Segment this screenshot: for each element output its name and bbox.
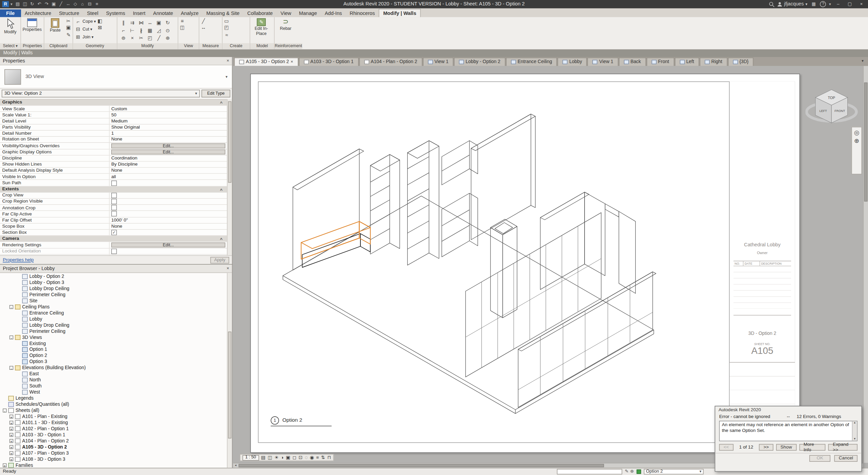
tree-item[interactable]: Legends — [0, 395, 227, 401]
property-row[interactable]: Annotation Crop — [0, 205, 227, 211]
document-tab[interactable]: Back — [619, 58, 646, 66]
tree-item[interactable]: Entrance Ceiling — [0, 310, 227, 316]
apply-button[interactable]: Apply — [210, 256, 229, 263]
property-value[interactable] — [110, 230, 227, 235]
tree-item[interactable]: Perimeter Ceiling — [0, 292, 227, 298]
join-tool[interactable]: ⊞Join — [75, 34, 96, 41]
measure-line-icon[interactable]: ╱ — [202, 18, 205, 24]
temporary-view-properties-icon[interactable]: ≡ — [316, 455, 319, 460]
tree-item[interactable]: Lobby - Option 3 — [0, 280, 227, 286]
tree-item[interactable]: + A103 - 3D - Option 1 — [0, 432, 227, 438]
tree-item[interactable]: + A104 - Plan - Option 2 — [0, 438, 227, 444]
tree-item[interactable]: Lobby - Option 2 — [0, 273, 227, 280]
error-dialog[interactable]: Autodesk Revit 2020 Error - cannot be ig… — [715, 406, 862, 472]
sheet-a105[interactable]: Cathedral Lobby Owner NO. DATE DESCRIPTI… — [250, 74, 800, 453]
tree-expander-icon[interactable]: + — [3, 463, 6, 467]
tree-expander-icon[interactable]: - — [9, 305, 13, 309]
property-value[interactable]: all — [110, 174, 227, 180]
vertical-scroll-thumb[interactable] — [864, 82, 868, 202]
viewcube[interactable]: TOP LEFT FRONT — [806, 84, 858, 133]
property-row[interactable]: Scale Value 1: 50 — [0, 112, 227, 118]
error-more-info-button[interactable]: More Info — [799, 444, 826, 451]
rotate-icon[interactable]: ↻ — [163, 19, 172, 26]
property-value[interactable]: Edit... — [110, 242, 227, 248]
account-menu[interactable]: jfjacques — [777, 1, 807, 7]
minimize-button[interactable]: – — [834, 1, 843, 8]
sync-icon[interactable]: ↻ — [28, 1, 36, 7]
help-icon[interactable]: ? — [820, 1, 826, 7]
tree-expander-icon[interactable]: - — [3, 408, 6, 412]
element-selector[interactable]: 3D View: Option 2 — [2, 90, 200, 97]
tree-item[interactable]: Lobby Drop Ceiling — [0, 322, 227, 328]
property-row[interactable]: Detail Level Medium — [0, 118, 227, 124]
document-tab[interactable]: Right — [699, 58, 727, 66]
thin-lines-icon[interactable]: ≡ — [93, 1, 100, 7]
property-row[interactable]: Extents — [0, 186, 227, 192]
wall-opening-icon[interactable]: ◰ — [145, 34, 154, 42]
constraints-icon[interactable]: ⊓ — [327, 455, 331, 460]
property-row[interactable]: Crop Region Visible — [0, 199, 227, 205]
show-crop-icon[interactable]: ⊡ — [299, 455, 303, 460]
paste-button[interactable]: Paste — [46, 18, 65, 33]
ribbon-tab[interactable]: Structure — [55, 9, 83, 17]
tag-icon[interactable]: ◇ — [72, 1, 79, 7]
document-tab[interactable]: A105 - 3D - Option 2 × — [234, 58, 298, 66]
property-row[interactable]: Discipline Coordination — [0, 155, 227, 162]
tree-item[interactable]: Schedules/Quantities (all) — [0, 401, 227, 407]
ribbon-tab[interactable]: Insert — [129, 9, 150, 17]
tree-expander-icon[interactable]: + — [9, 445, 13, 449]
tab-list-caret-icon[interactable] — [860, 59, 866, 65]
unpin-icon[interactable]: ⊚ — [119, 34, 128, 42]
browser-scrollbar[interactable] — [227, 273, 232, 468]
tree-expander-icon[interactable]: + — [9, 457, 13, 461]
pin-icon[interactable]: ⊙ — [163, 26, 172, 34]
restore-button[interactable]: ▢ — [845, 1, 854, 8]
property-value[interactable] — [110, 193, 227, 198]
trim-icon[interactable]: ⌐ — [119, 26, 128, 34]
select-panel-label[interactable]: Select — [0, 43, 20, 49]
tree-item[interactable]: West — [0, 389, 227, 395]
cut-icon[interactable]: ✂ — [66, 18, 71, 24]
aligned-dimension-icon[interactable]: ↔ — [201, 25, 206, 31]
property-value[interactable] — [110, 205, 227, 211]
property-row[interactable]: Section Box — [0, 230, 227, 236]
properties-scrollbar[interactable] — [227, 99, 232, 255]
error-next-button[interactable]: >> — [759, 444, 773, 451]
ribbon-tab[interactable]: Rhinoceros — [346, 9, 379, 17]
property-row[interactable]: Detail Number 1 — [0, 131, 227, 137]
property-value[interactable]: 1000' 0" — [110, 217, 227, 223]
tree-item[interactable]: - 3D Views — [0, 335, 227, 341]
tree-item[interactable]: Option 3 — [0, 359, 227, 365]
line-work-icon[interactable]: ╱ — [155, 34, 163, 42]
horizontal-scroll-thumb[interactable] — [239, 464, 604, 467]
hidden-window-icon[interactable]: ◫ — [180, 25, 185, 31]
error-cancel-button[interactable]: Cancel — [834, 455, 857, 462]
tree-item[interactable]: Site — [0, 298, 227, 304]
sun-path-icon[interactable]: ☀ — [274, 455, 278, 460]
tree-expander-icon[interactable]: + — [9, 433, 13, 437]
property-value[interactable] — [110, 248, 227, 254]
section-icon[interactable]: ⊟ — [86, 1, 93, 7]
array-icon[interactable]: ▦ — [145, 26, 154, 34]
legend-component-icon[interactable]: ▭ — [224, 18, 229, 24]
tree-item[interactable]: - Elevations (Building Elevation) — [0, 365, 227, 371]
error-message-box[interactable]: An element may not reference an element … — [719, 421, 857, 441]
property-row[interactable]: Crop View — [0, 193, 227, 199]
tree-expander-icon[interactable]: + — [9, 415, 13, 418]
ribbon-tab[interactable]: Analyze — [177, 9, 202, 17]
document-tab[interactable]: Left — [675, 58, 699, 66]
ribbon-tab[interactable]: Architecture — [21, 9, 55, 17]
tree-item[interactable]: East — [0, 371, 227, 377]
design-option-select[interactable]: Option 2 — [644, 469, 704, 474]
modify-tool-button[interactable]: Modify — [2, 18, 19, 35]
document-tab[interactable]: A104 - Plan - Option 2 — [359, 58, 422, 66]
tree-expander-icon[interactable]: - — [9, 366, 13, 370]
properties-close-icon[interactable]: × — [226, 58, 229, 63]
property-value[interactable] — [110, 180, 227, 186]
measure-icon[interactable]: ╱ — [57, 1, 64, 7]
ribbon-tab[interactable]: Modify | Walls — [379, 9, 421, 17]
temporary-hide-icon[interactable]: ◌ — [305, 455, 308, 460]
document-tab[interactable]: A103 - 3D - Option 1 — [299, 58, 358, 66]
cut-tool[interactable]: ⊟Cut — [75, 26, 96, 33]
tree-item[interactable]: Option 2 — [0, 353, 227, 359]
